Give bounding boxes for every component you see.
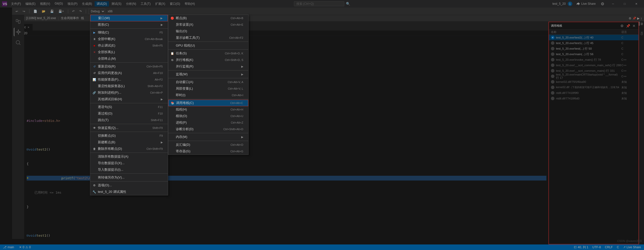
- sep-5: [90, 132, 168, 132]
- sub-menu-item-processes[interactable]: 进程(P) Ctrl+Alt+Z: [168, 119, 248, 126]
- menu-item-restart-profiler[interactable]: 重启性能探查器(L) Shift+Alt+F2: [90, 83, 168, 89]
- sub-menu-item-parallel-watch[interactable]: 并行监视(R) ▶: [168, 63, 248, 70]
- sub-menu-item-watch[interactable]: 监视(W) ▶: [168, 71, 248, 78]
- sub-menu-item-diagnostic[interactable]: 显示诊断工具(T) Ctrl+Alt+F2: [168, 34, 248, 41]
- menu-item-step-over[interactable]: 逐过程(O) F10: [90, 110, 168, 117]
- menu-item-save-dump[interactable]: 将转储另存为(V)...: [90, 174, 168, 181]
- menu-item-attach[interactable]: 🔗 附加到进程(P)... Ctrl+Alt+P: [90, 89, 168, 96]
- windows-submenu: 🔴 断点(B) Ctrl+Alt+B 异常设置(X) Ctrl+Alt+E 输出…: [168, 15, 249, 155]
- sub-menu-item-immediate[interactable]: 即时(I) Ctrl+Alt+I: [168, 92, 248, 98]
- sub-menu-item-autos[interactable]: 自动窗口(A) Ctrl+Alt+V, A: [168, 79, 248, 85]
- sub-menu-item-registers[interactable]: 寄存器(G) Ctrl+Alt+G: [168, 148, 248, 155]
- menu-item-options[interactable]: ⚙ 选项(O)...: [90, 182, 168, 189]
- sub-menu-item-output[interactable]: 输出(O): [168, 28, 248, 34]
- sep-7: [90, 173, 168, 174]
- sub-menu-item-modules[interactable]: 模块(O) Ctrl+Alt+U: [168, 113, 248, 119]
- menu-item-detach-all[interactable]: ✕ 全部拆离(L): [90, 49, 168, 55]
- menu-item-clear-datatips[interactable]: 清除所有数据提示(A): [90, 153, 168, 160]
- menu-item-stop[interactable]: ■ 停止调试(E) Shift+F5: [90, 42, 168, 49]
- menu-item-restart[interactable]: ↺ 重新启动(R) Ctrl+Shift+F5: [90, 63, 168, 70]
- menu-item-window[interactable]: 窗口(W) ▶: [90, 15, 168, 21]
- sep-6: [90, 153, 168, 153]
- sub-sep-6: [168, 133, 248, 133]
- menu-item-apply-code[interactable]: ↺ 应用代码更改(A) Alt+F10: [90, 70, 168, 76]
- menu-item-continue[interactable]: ▶ 继续(C) F5: [90, 29, 168, 36]
- sep-4: [90, 124, 168, 124]
- menu-item-debug-props[interactable]: 🔧 test_5_20 调试属性: [90, 189, 168, 195]
- sub-menu-item-tasks[interactable]: 📋 任务(S) Ctrl+Shift+D, K: [168, 50, 248, 57]
- sub-sep-5: [168, 99, 248, 99]
- debug-menu: 窗口(W) ▶ 图形(C) ▶ ▶ 继续(C) F5 ⏸ 全部中断(K) Ctr…: [90, 15, 168, 195]
- menu-item-step-out[interactable]: 跳出(T) Shift+F11: [90, 117, 168, 123]
- sub-menu-item-locals[interactable]: 局部变量(L) Ctrl+Alt+V, L: [168, 85, 248, 92]
- sub-sep-1: [168, 42, 248, 42]
- sub-menu-item-callstack[interactable]: 📚 调用堆栈(C) Ctrl+Alt+C: [168, 100, 248, 106]
- sub-menu-item-exceptions[interactable]: 异常设置(X) Ctrl+Alt+E: [168, 21, 248, 28]
- menu-item-step-into[interactable]: 逐语句(S) F11: [90, 104, 168, 110]
- menu-item-quickwatch[interactable]: 👁 快速监视(Q)... Shift+F9: [90, 125, 168, 131]
- sub-sep-4: [168, 78, 248, 78]
- sub-menu-item-breakpoints[interactable]: 🔴 断点(B) Ctrl+Alt+B: [168, 15, 248, 21]
- menu-item-export-datatips[interactable]: 导出数据提示(X)...: [90, 160, 168, 166]
- menu-item-break-all[interactable]: ⏸ 全部中断(K) Ctrl+Alt+Break: [90, 36, 168, 42]
- sub-menu-item-disassembly[interactable]: 反汇编(D) Ctrl+Alt+D: [168, 141, 248, 148]
- sep-8: [90, 181, 168, 182]
- windows-submenu-popup: 🔴 断点(B) Ctrl+Alt+B 异常设置(X) Ctrl+Alt+E 输出…: [168, 15, 249, 155]
- menu-item-perf-profiler[interactable]: 📊 性能探查器(F)... Alt+F2: [90, 76, 168, 83]
- sub-sep-3: [168, 70, 248, 70]
- sub-menu-item-diagnostic-analysis[interactable]: 诊断分析(D) Ctrl+Shift+Alt+D: [168, 126, 248, 132]
- sub-menu-item-gpu[interactable]: GPU 线程(U): [168, 42, 248, 49]
- sep-1: [90, 28, 168, 29]
- sub-sep-2: [168, 49, 248, 50]
- sub-menu-item-parallel-stacks[interactable]: ⧉ 并行堆栈(K) Ctrl+Shift+D, S: [168, 57, 248, 63]
- sub-sep-7: [168, 141, 248, 141]
- debug-menu-popup: 窗口(W) ▶ 图形(C) ▶ ▶ 继续(C) F5 ⏸ 全部中断(K) Ctr…: [90, 15, 168, 195]
- menu-item-graphics[interactable]: 图形(C) ▶: [90, 21, 168, 28]
- menu-item-new-bp[interactable]: 新建断点(B) ▶: [90, 139, 168, 146]
- sep-2: [90, 62, 168, 63]
- menu-item-delete-all-bp[interactable]: 🗑 删除所有断点(D) Ctrl+Shift+F9: [90, 146, 168, 152]
- menu-item-toggle-bp[interactable]: 切换断点(G) F9: [90, 132, 168, 139]
- menu-item-other-targets[interactable]: 其他调试目标(H) ▶: [90, 96, 168, 102]
- sep-3: [90, 103, 168, 103]
- menu-item-import-datatips[interactable]: 导入数据提示(I)...: [90, 166, 168, 173]
- sub-menu-item-threads[interactable]: 线程(H) Ctrl+Alt+H: [168, 106, 248, 113]
- sub-menu-item-memory[interactable]: 内存(M) ▶: [168, 134, 248, 140]
- menu-item-terminate-all[interactable]: 全部终止(M): [90, 55, 168, 62]
